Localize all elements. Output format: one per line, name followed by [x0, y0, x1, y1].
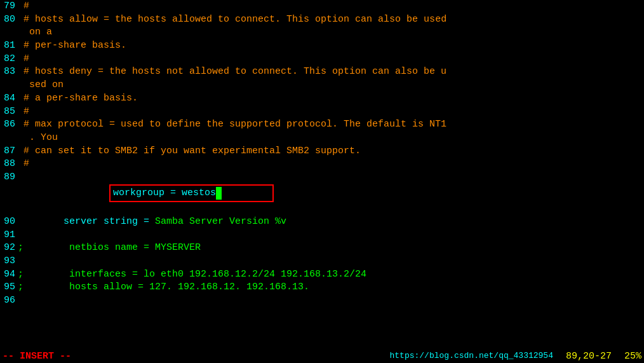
line-88: 88 #: [0, 158, 644, 171]
line-84: 84 # a per-share basis.: [0, 92, 644, 106]
line-92: 92 ; netbios name = MYSERVER: [0, 242, 644, 255]
line-96: 96: [0, 294, 644, 308]
line-80: 80 # hosts allow = the hosts allowed to …: [0, 13, 644, 27]
line-86-cont: . You: [0, 132, 644, 145]
status-bar: -- INSERT -- https://blog.csdn.net/qq_43…: [0, 349, 644, 363]
line-87: 87 # can set it to SMB2 if you want expe…: [0, 145, 644, 158]
insert-mode-label: -- INSERT --: [3, 351, 71, 362]
status-url: https://blog.csdn.net/qq_43312954: [390, 351, 553, 362]
line-81: 81 # per-share basis.: [0, 39, 644, 53]
line-80-cont: on a: [0, 26, 644, 39]
line-94: 94 ; interfaces = lo eth0 192.168.12.2/2…: [0, 268, 644, 282]
line-85: 85 #: [0, 106, 644, 119]
status-right: https://blog.csdn.net/qq_43312954 89,20-…: [390, 351, 641, 362]
line-86: 86 # max protocol = used to define the s…: [0, 118, 644, 132]
line-89: 89 workgroup = westos: [0, 171, 644, 216]
line-95: 95 ; hosts allow = 127. 192.168.12. 192.…: [0, 281, 644, 294]
cursor-position: 89,20-27: [566, 351, 612, 362]
line-93: 93: [0, 255, 644, 268]
line-79: 79 #: [0, 0, 644, 13]
scroll-percent: 25%: [624, 351, 641, 362]
cursor: [216, 187, 222, 200]
line-90: 90 server string = Samba Server Version …: [0, 216, 644, 229]
line-82: 82 #: [0, 53, 644, 66]
line-83: 83 # hosts deny = the hosts not allowed …: [0, 65, 644, 79]
line-83-cont: sed on: [0, 79, 644, 92]
code-area[interactable]: 79 # 80 # hosts allow = the hosts allowe…: [0, 0, 644, 349]
line-91: 91: [0, 229, 644, 242]
editor: 79 # 80 # hosts allow = the hosts allowe…: [0, 0, 644, 363]
